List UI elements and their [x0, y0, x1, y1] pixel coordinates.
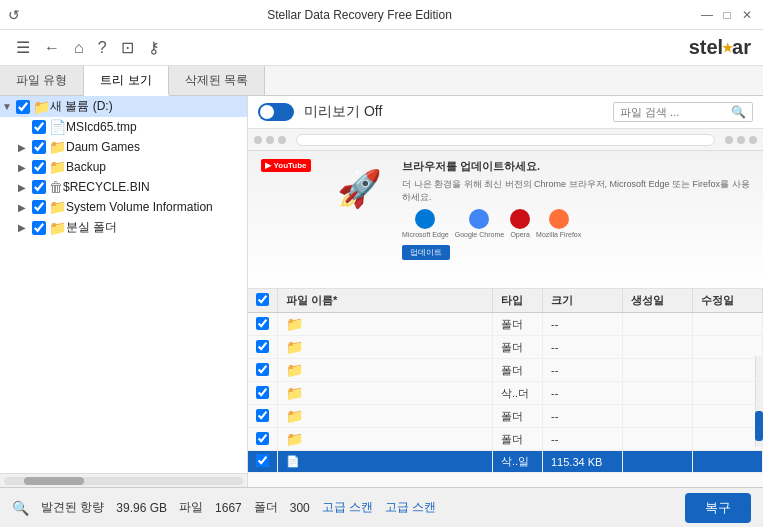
opera-label: Opera — [510, 231, 530, 238]
tab-deleted-list[interactable]: 삭제된 목록 — [169, 66, 265, 95]
tree-expand-icon[interactable]: ▶ — [18, 162, 32, 173]
tree-expand-icon — [18, 122, 32, 133]
tree-root[interactable]: ▼ 📁 새 볼륨 (D:) — [0, 96, 247, 117]
col-header-created[interactable]: 생성일 — [623, 289, 693, 313]
back-button[interactable]: ← — [40, 37, 64, 59]
status-file-label: 파일 — [179, 499, 203, 516]
file-size-cell: 115.34 KB — [543, 451, 623, 473]
tab-bar: 파일 유형 트리 보기 삭제된 목록 — [0, 66, 763, 96]
recover-button[interactable]: 복구 — [685, 493, 751, 523]
file-type-cell: 삭..일 — [493, 451, 543, 473]
file-modified-cell — [693, 405, 763, 428]
tree-item-daum[interactable]: ▶ 📁 Daum Games — [14, 137, 247, 157]
col-header-type[interactable]: 타입 — [493, 289, 543, 313]
browser-chrome — [248, 129, 763, 151]
advanced-scan-link[interactable]: 고급 스캔 — [385, 499, 436, 516]
row-checkbox[interactable] — [256, 409, 269, 422]
horizontal-scrollbar[interactable] — [0, 473, 247, 487]
tab-tree-view[interactable]: 트리 보기 — [84, 66, 168, 96]
file-type-cell: 폴더 — [493, 428, 543, 451]
tree-item-lost[interactable]: ▶ 📁 분실 폴더 — [14, 217, 247, 238]
browser-update-text: 더 나은 환경을 위해 최신 버전의 Chrome 브라우저, Microsof… — [402, 178, 755, 203]
tree-item-backup[interactable]: ▶ 📁 Backup — [14, 157, 247, 177]
file-created-cell — [623, 336, 693, 359]
table-row[interactable]: 📁 폴더 -- — [248, 336, 763, 359]
row-checkbox[interactable] — [256, 363, 269, 376]
menu-button[interactable]: ☰ — [12, 36, 34, 59]
row-checkbox[interactable] — [256, 386, 269, 399]
file-size-cell: -- — [543, 428, 623, 451]
browser-body: ▶ YouTube 🚀 브라우저를 업데이트하세요. 더 나은 환경을 위해 최… — [248, 151, 763, 288]
table-row[interactable]: 📁 삭..더 -- — [248, 382, 763, 405]
tree-checkbox[interactable] — [32, 120, 46, 134]
browser-text-area: 브라우저를 업데이트하세요. 더 나은 환경을 위해 최신 버전의 Chrome… — [402, 159, 755, 260]
col-header-size[interactable]: 크기 — [543, 289, 623, 313]
toggle-knob — [260, 105, 274, 119]
tree-expand-icon[interactable]: ▶ — [18, 182, 32, 193]
preview-toggle[interactable] — [258, 103, 294, 121]
tab-file-type[interactable]: 파일 유형 — [0, 66, 84, 95]
file-modified-cell — [693, 359, 763, 382]
tree-expand-icon[interactable]: ▶ — [18, 222, 32, 233]
select-all-checkbox[interactable] — [256, 293, 269, 306]
tree-expand-icon[interactable]: ▶ — [18, 142, 32, 153]
tree-checkbox[interactable] — [32, 200, 46, 214]
preview-label: 미리보기 Off — [304, 103, 382, 121]
file-created-cell — [623, 382, 693, 405]
close-button[interactable]: ✕ — [739, 7, 755, 23]
file-type-cell: 폴더 — [493, 359, 543, 382]
table-row[interactable]: 📁 폴더 -- — [248, 359, 763, 382]
col-header-check[interactable] — [248, 289, 278, 313]
file-modified-cell — [693, 451, 763, 473]
vertical-scrollbar[interactable] — [755, 356, 763, 447]
tree-checkbox[interactable] — [32, 140, 46, 154]
row-checkbox[interactable] — [256, 454, 269, 467]
minimize-button[interactable]: — — [699, 7, 715, 23]
tree-label: System Volume Information — [66, 200, 213, 214]
help-button[interactable]: ? — [94, 37, 111, 59]
tree-item-recycle[interactable]: ▶ 🗑 $RECYCLE.BIN — [14, 177, 247, 197]
table-row-selected[interactable]: 📄 삭..일 115.34 KB — [248, 451, 763, 473]
chrome-label: Google Chrome — [455, 231, 504, 238]
tree-checkbox[interactable] — [32, 221, 46, 235]
left-panel-tree: ▼ 📁 새 볼륨 (D:) 📄 MSIcd65.tmp ▶ 📁 Daum Gam… — [0, 96, 248, 487]
browser-icons: Microsoft Edge Google Chrome Opera — [402, 209, 755, 238]
file-size-cell: -- — [543, 405, 623, 428]
tree-label: Backup — [66, 160, 106, 174]
folder-icon: 📁 — [286, 431, 303, 447]
firefox-icon — [549, 209, 569, 229]
col-header-name[interactable]: 파일 이름* — [278, 289, 493, 313]
home-button[interactable]: ⌂ — [70, 37, 88, 59]
tree-expand-icon[interactable]: ▶ — [18, 202, 32, 213]
tree-item-sysvolinfo[interactable]: ▶ 📁 System Volume Information — [14, 197, 247, 217]
preview-bar: 미리보기 Off 🔍 — [248, 96, 763, 129]
row-checkbox[interactable] — [256, 432, 269, 445]
firefox-icon-item: Mozilla Firefox — [536, 209, 581, 238]
table-row[interactable]: 📁 폴더 -- — [248, 313, 763, 336]
special-folder-icon: 📁 — [286, 385, 303, 401]
table-row[interactable]: 📁 폴더 -- — [248, 405, 763, 428]
tree-checkbox[interactable] — [32, 180, 46, 194]
back-icon: ↺ — [8, 7, 20, 23]
folder-icon: 📁 — [286, 316, 303, 332]
row-checkbox[interactable] — [256, 317, 269, 330]
update-button[interactable]: 업데이트 — [402, 245, 450, 260]
col-header-modified[interactable]: 수정일 — [693, 289, 763, 313]
file-size-cell: -- — [543, 313, 623, 336]
tree-item-msiecd[interactable]: 📄 MSIcd65.tmp — [14, 117, 247, 137]
file-size-cell: -- — [543, 336, 623, 359]
file-name-cell: 📁 — [278, 313, 493, 336]
update-button-area: 업데이트 — [402, 244, 755, 260]
tree-label: MSIcd65.tmp — [66, 120, 137, 134]
tree-root-checkbox[interactable] — [16, 100, 30, 114]
row-checkbox[interactable] — [256, 340, 269, 353]
maximize-button[interactable]: □ — [719, 7, 735, 23]
search-input[interactable] — [620, 106, 731, 118]
cart-button[interactable]: ⊡ — [117, 36, 138, 59]
key-button[interactable]: ⚷ — [144, 36, 164, 59]
tree-checkbox[interactable] — [32, 160, 46, 174]
tree-expand-icon[interactable]: ▼ — [2, 101, 16, 112]
file-table-container: 파일 이름* 타입 크기 생성일 수정일 📁 폴더 -- — [248, 289, 763, 487]
file-name-cell: 📁 — [278, 382, 493, 405]
table-row[interactable]: 📁 폴더 -- — [248, 428, 763, 451]
